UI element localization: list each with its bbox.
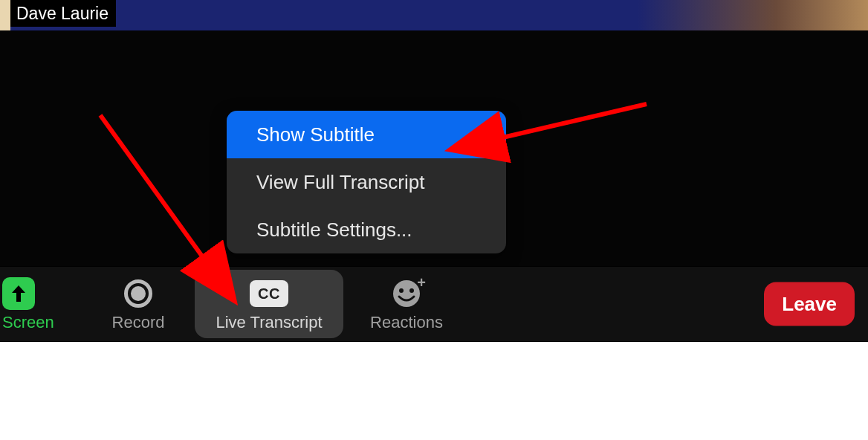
share-screen-icon [2,277,35,310]
reactions-label: Reactions [370,313,443,332]
video-thumbnail-strip: Dave Laurie [0,0,868,30]
live-transcript-menu: Show Subtitle View Full Transcript Subti… [227,111,506,253]
video-background-gradient [638,0,868,30]
menu-item-label: View Full Transcript [256,171,424,194]
menu-item-show-subtitle[interactable]: Show Subtitle [227,111,506,158]
video-left-edge [0,0,10,30]
svg-point-2 [409,288,414,293]
participant-name-tag: Dave Laurie [10,0,116,27]
meeting-toolbar: re Screen Record CC Live Transcript + [0,266,868,342]
share-screen-button[interactable]: re Screen [0,270,82,338]
svg-point-0 [393,280,420,307]
leave-label: Leave [782,293,837,315]
cc-icon: CC [250,280,288,307]
live-transcript-label: Live Transcript [216,313,322,332]
arrow-up-icon [10,284,27,303]
page-background-below [0,342,868,440]
reactions-icon: + [392,279,421,308]
cc-icon-text: CC [258,285,280,302]
plus-icon: + [417,274,426,291]
leave-button[interactable]: Leave [764,282,855,326]
menu-item-view-full-transcript[interactable]: View Full Transcript [227,158,506,206]
record-icon [124,279,152,308]
menu-item-subtitle-settings[interactable]: Subtitle Settings... [227,206,506,253]
menu-item-label: Subtitle Settings... [256,219,412,242]
svg-point-1 [399,288,404,293]
menu-item-label: Show Subtitle [256,123,375,146]
reactions-button[interactable]: + Reactions [343,270,470,338]
record-button[interactable]: Record [82,270,195,338]
participant-name-text: Dave Laurie [16,4,108,23]
share-screen-label: re Screen [0,313,54,332]
live-transcript-button[interactable]: CC Live Transcript [195,270,343,338]
record-label: Record [112,313,165,332]
